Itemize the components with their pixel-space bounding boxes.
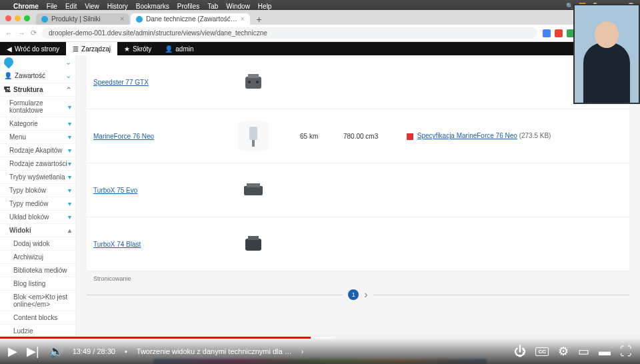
view-preview: Speedster 77 GTX MarineForce 76 Neo 65 k… <box>76 55 640 335</box>
table-row: Speedster 77 GTX <box>87 55 629 109</box>
volume-icon[interactable]: 🔊 <box>49 344 63 359</box>
sidebar-item[interactable]: Formularze kontaktowe▾ <box>0 97 75 117</box>
sidebar-subitem[interactable]: Blog listing <box>0 277 75 291</box>
drupal-logo-icon <box>2 55 15 69</box>
product-image <box>239 67 268 97</box>
sidebar-item[interactable]: Typy bloków▾ <box>0 184 75 197</box>
favicon-icon <box>136 16 143 23</box>
play-icon[interactable]: ▶ <box>8 344 17 359</box>
svg-rect-9 <box>248 236 259 240</box>
user-button[interactable]: 👤 admin <box>158 42 200 55</box>
pagination-label: Stronicowanie <box>87 271 629 286</box>
forward-icon[interactable]: → <box>18 29 25 37</box>
svg-rect-7 <box>247 183 260 187</box>
product-link[interactable]: TurboX 75 Evo <box>93 187 137 194</box>
close-tab-icon[interactable]: × <box>120 15 124 23</box>
results-table: Speedster 77 GTX MarineForce 76 Neo 65 k… <box>87 55 629 271</box>
minimize-window-icon[interactable] <box>15 15 21 21</box>
sidebar-item[interactable]: Rodzaje zawartości▾ <box>0 157 75 171</box>
drupal-admin-toolbar: ◀ Wróć do strony ☰ Zarządzaj ★ Skróty 👤 … <box>0 42 640 55</box>
svg-rect-1 <box>248 74 259 78</box>
svg-rect-6 <box>244 186 263 195</box>
youtube-controls: ▶ ▶| 🔊 13:49 / 28:30 • Tworzenie widoku … <box>0 339 640 364</box>
sidebar-logo[interactable]: ⌄ <box>0 55 75 69</box>
file-cell: Specyfikacja MarineForce 76 Neo (273.5 K… <box>407 132 623 139</box>
sidebar-subitem[interactable]: Dodaj widok <box>0 237 75 251</box>
settings-icon[interactable]: ⚙ <box>558 344 569 359</box>
sidebar-views-active[interactable]: Widoki▴ <box>0 224 75 237</box>
back-icon[interactable]: ← <box>5 29 13 37</box>
chapter-next-icon[interactable]: › <box>301 347 304 355</box>
app-name[interactable]: Chrome <box>13 3 39 10</box>
miniplayer-icon[interactable]: ▭ <box>578 344 589 359</box>
pager: 1 › <box>87 286 629 303</box>
cc-value: 780.00 cm3 <box>343 133 407 140</box>
product-link[interactable]: TurboX 74 Blast <box>93 241 141 248</box>
spec-file-link[interactable]: Specyfikacja MarineForce 76 Neo <box>417 132 517 139</box>
page-number[interactable]: 1 <box>348 289 359 300</box>
sidebar-item[interactable]: Menu▾ <box>0 131 75 144</box>
maximize-window-icon[interactable] <box>24 15 30 21</box>
browser-tab-2-active[interactable]: Dane techniczne (Zawartość… × <box>131 13 250 25</box>
sidebar-item[interactable]: Układ bloków▾ <box>0 211 75 224</box>
sidebar-content[interactable]: 👤 Zawartość ⌄ <box>0 69 75 83</box>
time-display: 13:49 / 28:30 <box>73 347 115 355</box>
autoplay-toggle[interactable]: ⏻ <box>514 345 526 359</box>
captions-button[interactable]: CC <box>535 347 549 356</box>
table-row: TurboX 74 Blast <box>87 217 629 271</box>
sidebar-item[interactable]: Tryby wyświetlania▾ <box>0 171 75 184</box>
menu-bookmarks[interactable]: Bookmarks <box>136 3 169 10</box>
url-text: droopler-demo-001.ddev.site/admin/struct… <box>49 29 267 37</box>
table-row: TurboX 75 Evo <box>87 163 629 217</box>
sidebar-item[interactable]: Rodzaje Akapitów▾ <box>0 144 75 157</box>
svg-rect-5 <box>252 140 255 147</box>
fullscreen-icon[interactable]: ⛶ <box>620 345 632 359</box>
menu-file[interactable]: File <box>47 3 57 10</box>
menu-help[interactable]: Help <box>258 3 272 10</box>
pdf-icon <box>407 133 413 140</box>
manage-button[interactable]: ☰ Zarządzaj <box>66 42 117 55</box>
reload-icon[interactable]: ⟳ <box>31 29 37 37</box>
menu-history[interactable]: History <box>107 3 128 10</box>
close-tab-icon[interactable]: × <box>241 15 245 23</box>
product-image <box>239 229 268 259</box>
menu-tab[interactable]: Tab <box>207 3 218 10</box>
sidebar-subitem[interactable]: Ludzie <box>0 325 75 335</box>
sidebar-structure[interactable]: 🏗 Struktura ⌃ <box>0 83 75 97</box>
new-tab-button[interactable]: + <box>251 14 267 25</box>
sidebar-subitem[interactable]: Blok <em>Kto jest online</em> <box>0 291 75 311</box>
menu-view[interactable]: View <box>85 3 99 10</box>
km-value: 65 km <box>300 133 343 140</box>
back-to-site-button[interactable]: ◀ Wróć do strony <box>0 42 66 55</box>
tab-title: Produkty | Silniki <box>51 15 101 23</box>
ext-icon[interactable] <box>543 29 551 37</box>
next-page-icon[interactable]: › <box>364 289 367 301</box>
close-window-icon[interactable] <box>5 15 11 21</box>
chevron-down-icon: ⌄ <box>65 71 71 80</box>
svg-rect-8 <box>245 239 261 251</box>
browser-tab-1[interactable]: Produkty | Silniki × <box>36 13 129 25</box>
product-link[interactable]: Speedster 77 GTX <box>93 79 149 86</box>
next-video-icon[interactable]: ▶| <box>27 344 39 359</box>
favicon-icon <box>41 16 48 23</box>
product-image <box>239 121 268 151</box>
menu-edit[interactable]: Edit <box>65 3 77 10</box>
theater-icon[interactable]: ▬ <box>599 345 611 359</box>
sidebar-subitem[interactable]: Content blocks <box>0 311 75 325</box>
address-bar[interactable]: droopler-demo-001.ddev.site/admin/struct… <box>42 27 537 39</box>
menu-window[interactable]: Window <box>226 3 250 10</box>
sidebar-item[interactable]: Kategorie▾ <box>0 117 75 131</box>
ext-icon[interactable] <box>555 29 563 37</box>
svg-point-3 <box>256 81 259 83</box>
product-link[interactable]: MarineForce 76 Neo <box>93 133 154 140</box>
table-row: MarineForce 76 Neo 65 km 780.00 cm3 Spec… <box>87 109 629 163</box>
menu-profiles[interactable]: Profiles <box>177 3 199 10</box>
presenter-webcam <box>573 4 640 104</box>
sidebar-subitem[interactable]: Archiwizuj <box>0 251 75 264</box>
chevron-up-icon: ⌃ <box>66 86 71 93</box>
sidebar-item[interactable]: Typy mediów▾ <box>0 197 75 211</box>
product-image <box>239 175 268 205</box>
chevron-down-icon: ⌄ <box>65 58 71 67</box>
sidebar-subitem[interactable]: Biblioteka mediów <box>0 264 75 277</box>
shortcuts-button[interactable]: ★ Skróty <box>117 42 158 55</box>
